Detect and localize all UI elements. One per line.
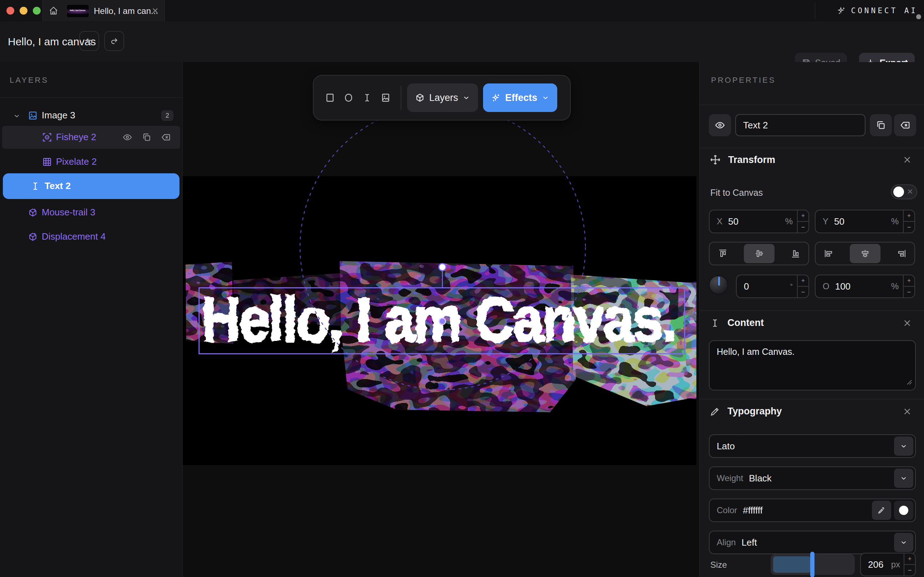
y-position-field[interactable]: Y 50 % + − bbox=[815, 210, 915, 233]
ellipse-tool-icon[interactable] bbox=[339, 89, 358, 107]
duplicate-layer-button[interactable] bbox=[870, 114, 892, 136]
layers-dropdown-label: Layers bbox=[429, 92, 458, 103]
content-textarea[interactable]: Hello, I am Canvas. bbox=[709, 340, 916, 390]
redo-button[interactable] bbox=[104, 31, 124, 51]
align-bottom-icon[interactable] bbox=[790, 248, 801, 259]
font-family-select[interactable]: Lato bbox=[709, 434, 916, 458]
align-label: Align bbox=[717, 537, 735, 547]
eye-icon[interactable] bbox=[123, 132, 132, 142]
font-weight-select[interactable]: Weight Black bbox=[709, 466, 916, 490]
canvas-text[interactable]: Hello, I am Canvas. bbox=[201, 285, 676, 354]
size-slider-track[interactable] bbox=[771, 554, 855, 575]
rotation-value[interactable]: 0 bbox=[744, 281, 749, 292]
stepper-plus[interactable]: + bbox=[798, 275, 808, 287]
align-left-icon[interactable] bbox=[824, 248, 834, 259]
stepper-plus[interactable]: + bbox=[798, 210, 808, 222]
delete-layer-button[interactable] bbox=[894, 114, 916, 136]
layers-panel: LAYERS Image 3 2 Fi bbox=[0, 62, 183, 577]
window-close-button[interactable] bbox=[6, 7, 14, 15]
connect-ai-button[interactable]: CONNECT AI bbox=[837, 0, 918, 21]
size-slider-handle[interactable] bbox=[810, 552, 814, 577]
stepper-minus[interactable]: − bbox=[798, 222, 808, 232]
color-value[interactable]: #ffffff bbox=[743, 505, 763, 516]
stepper-plus[interactable]: + bbox=[904, 275, 914, 287]
stepper-minus[interactable]: − bbox=[798, 287, 808, 297]
align-center-icon[interactable] bbox=[850, 244, 880, 263]
fit-to-canvas-toggle[interactable] bbox=[891, 184, 917, 199]
align-middle-icon[interactable] bbox=[744, 244, 774, 263]
stepper-minus[interactable]: − bbox=[905, 565, 915, 575]
text-align-select[interactable]: Align Left bbox=[709, 531, 916, 554]
rotation-knob[interactable] bbox=[709, 275, 728, 295]
layers-dropdown-button[interactable]: Layers bbox=[407, 84, 478, 112]
chevron-down-icon[interactable] bbox=[894, 533, 913, 552]
cube-icon bbox=[415, 93, 425, 103]
fisheye-effect-icon bbox=[42, 132, 52, 142]
close-typography-icon[interactable] bbox=[903, 407, 911, 416]
opacity-stepper[interactable]: + − bbox=[903, 275, 914, 297]
image-tool-icon[interactable] bbox=[376, 89, 395, 107]
window-minimize-button[interactable] bbox=[19, 7, 27, 15]
opacity-field[interactable]: O 100 % + − bbox=[815, 275, 915, 298]
canvas-image[interactable]: Hello, I am Canvas. bbox=[183, 176, 697, 465]
home-icon[interactable] bbox=[48, 6, 58, 16]
layer-row-image-3[interactable]: Image 3 2 bbox=[0, 107, 182, 124]
stepper-minus[interactable]: − bbox=[904, 287, 914, 297]
weight-label: Weight bbox=[717, 473, 743, 483]
color-swatch[interactable] bbox=[894, 501, 913, 520]
text-color-field[interactable]: Color #ffffff bbox=[709, 498, 916, 522]
canvas-toolbar: Layers Effects bbox=[313, 75, 571, 121]
layer-row-displacement-4[interactable]: Displacement 4 bbox=[0, 228, 182, 245]
layer-row-mouse-trail-3[interactable]: Mouse-trail 3 bbox=[0, 204, 182, 221]
rotation-field[interactable]: 0 ° + − bbox=[736, 275, 809, 298]
undo-button[interactable] bbox=[79, 31, 99, 51]
window-zoom-button[interactable] bbox=[33, 7, 41, 15]
text-tool-icon[interactable] bbox=[358, 89, 376, 107]
stepper-plus[interactable]: + bbox=[904, 210, 914, 222]
x-value[interactable]: 50 bbox=[728, 216, 739, 227]
layer-name-input[interactable] bbox=[735, 114, 866, 136]
close-content-icon[interactable] bbox=[903, 319, 911, 327]
align-right-icon[interactable] bbox=[897, 248, 906, 259]
rectangle-tool-icon[interactable] bbox=[321, 89, 339, 107]
textarea-resize-handle[interactable] bbox=[906, 379, 912, 385]
stepper-plus[interactable]: + bbox=[905, 553, 915, 565]
stepper-minus[interactable]: − bbox=[904, 222, 914, 232]
layer-row-pixelate-2[interactable]: Pixelate 2 bbox=[0, 153, 182, 171]
divider bbox=[0, 97, 182, 98]
y-label: Y bbox=[823, 216, 828, 226]
close-transform-icon[interactable] bbox=[903, 155, 911, 164]
typography-section-title: Typography bbox=[727, 406, 782, 417]
titlebar: Hello, I am Canvas. Hello, I am can... C… bbox=[0, 0, 924, 22]
layer-visibility-button[interactable] bbox=[709, 114, 731, 136]
size-value[interactable]: 206 bbox=[868, 559, 883, 570]
duplicate-icon[interactable] bbox=[142, 132, 152, 142]
delete-icon[interactable] bbox=[161, 132, 171, 142]
align-top-icon[interactable] bbox=[718, 248, 728, 259]
toggle-knob bbox=[893, 187, 904, 197]
size-value-field[interactable]: 206 px + − bbox=[860, 553, 916, 576]
y-value[interactable]: 50 bbox=[834, 216, 845, 227]
size-stepper[interactable]: + − bbox=[904, 553, 915, 575]
layer-row-text-2[interactable]: Text 2 bbox=[3, 173, 179, 199]
tab-close-icon[interactable] bbox=[152, 7, 159, 14]
chevron-down-icon[interactable] bbox=[894, 469, 913, 488]
x-position-field[interactable]: X 50 % + − bbox=[709, 210, 809, 233]
document-tab[interactable]: Hello, I am Canvas. Hello, I am can... bbox=[42, 0, 165, 21]
effects-dropdown-button[interactable]: Effects bbox=[483, 84, 557, 112]
pixelate-effect-icon bbox=[42, 157, 52, 167]
effect-cube-icon bbox=[28, 208, 38, 218]
y-stepper[interactable]: + − bbox=[903, 210, 914, 232]
opacity-value[interactable]: 100 bbox=[835, 281, 850, 292]
pencil-icon bbox=[710, 406, 720, 417]
rotation-stepper[interactable]: + − bbox=[797, 275, 808, 297]
chevron-down-icon[interactable] bbox=[894, 437, 913, 456]
color-swatch-circle bbox=[899, 506, 908, 515]
eyedropper-icon[interactable] bbox=[872, 501, 891, 520]
layer-row-fisheye-2[interactable]: Fisheye 2 bbox=[2, 126, 180, 149]
x-stepper[interactable]: + − bbox=[797, 210, 808, 232]
chevron-down-icon bbox=[542, 94, 550, 102]
align-value: Left bbox=[741, 537, 757, 548]
chevron-down-icon[interactable] bbox=[13, 112, 21, 120]
document-header: Hello, I am canvas Saved bbox=[0, 21, 924, 62]
